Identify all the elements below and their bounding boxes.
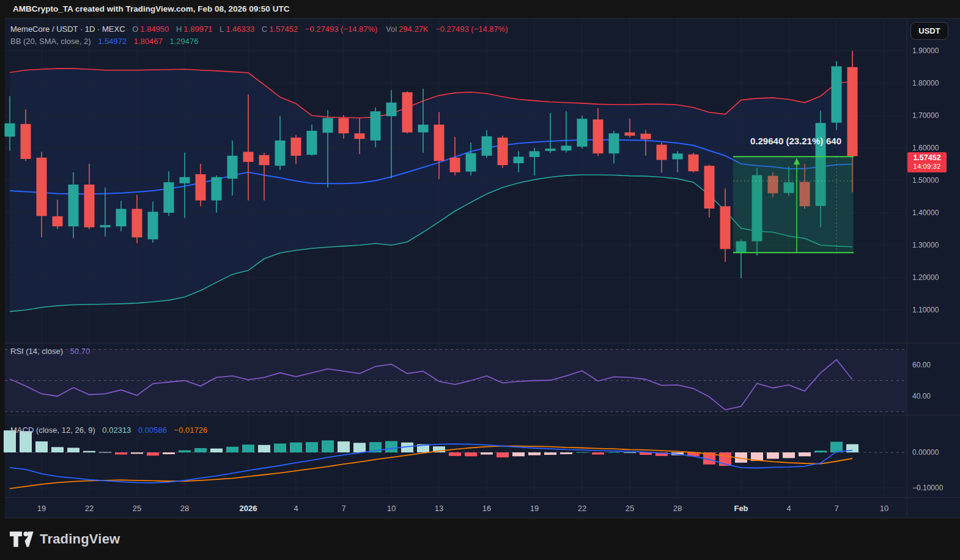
- time-tick-label: 2026: [240, 504, 257, 513]
- macd-indicator-name: MACD (close, 12, 26, 9): [10, 426, 95, 435]
- bar-countdown: 14:09:32: [907, 163, 947, 171]
- change-value: −0.27493 (−14.87%): [305, 24, 378, 34]
- close-label: C: [262, 24, 267, 34]
- time-tick-label: 19: [37, 504, 46, 513]
- price-tick-label: 1.60000: [912, 144, 939, 152]
- price-tick-label: 1.90000: [912, 46, 939, 55]
- volume-value: 294.27K: [399, 24, 428, 34]
- high-value: 1.89971: [183, 24, 212, 34]
- tradingview-chart-window: AMBCrypto_TA created with TradingView.co…: [0, 0, 960, 560]
- low-value: 1.46333: [226, 24, 254, 34]
- bb-upper-value: 1.80467: [134, 37, 163, 46]
- time-tick-label: 25: [626, 504, 634, 513]
- macd-hist-value: 0.02313: [102, 426, 131, 435]
- time-tick-label: 22: [578, 504, 586, 513]
- time-tick-label: 13: [435, 504, 443, 513]
- price-tick-label: 1.80000: [912, 79, 939, 87]
- price-tick-label: 1.10000: [912, 306, 939, 314]
- time-tick-label: 10: [880, 504, 888, 513]
- high-label: H: [176, 24, 182, 34]
- rsi-value: 50.70: [70, 347, 90, 356]
- time-tick-label: 10: [387, 504, 396, 513]
- time-tick-label: 7: [834, 504, 838, 513]
- rsi-tick-label: 60.00: [912, 361, 931, 369]
- footer-bar: TradingView: [0, 518, 960, 560]
- open-label: O: [132, 24, 138, 34]
- price-range-label-fragment: 640: [826, 136, 841, 146]
- time-tick-label: 25: [133, 504, 141, 513]
- time-tick-label: 16: [482, 504, 491, 513]
- time-tick-label: 19: [530, 504, 539, 513]
- time-tick-label: 7: [341, 504, 345, 513]
- symbol-title: MemeCore / USDT · 1D · MEXC: [10, 24, 125, 34]
- last-price-tag: 1.57452 14:09:32: [907, 152, 947, 172]
- macd-tick-label: −0.10000: [912, 484, 943, 492]
- time-tick-label: 28: [180, 504, 189, 513]
- macd-legend: MACD (close, 12, 26, 9) 0.02313 0.00586 …: [10, 426, 209, 435]
- chart-canvas[interactable]: [0, 0, 960, 560]
- currency-toggle-button[interactable]: USDT: [910, 22, 948, 40]
- last-price-value: 1.57452: [907, 153, 947, 163]
- rsi-tick-label: 40.00: [912, 392, 931, 400]
- low-label: L: [220, 24, 224, 34]
- rsi-indicator-name: RSI (14, close): [10, 347, 63, 356]
- price-tick-label: 1.40000: [912, 208, 939, 217]
- price-tick-label: 1.30000: [912, 241, 939, 249]
- price-tick-label: 1.20000: [912, 273, 939, 282]
- price-range-drawing[interactable]: [733, 157, 854, 252]
- tradingview-logo-icon: [10, 528, 34, 550]
- symbol-legend: MemeCore / USDT · 1D · MEXC O1.84950 H1.…: [10, 24, 510, 34]
- bb-lower-value: 1.29476: [169, 37, 198, 46]
- price-tick-label: 1.50000: [912, 176, 939, 185]
- tradingview-logo[interactable]: TradingView: [10, 528, 120, 550]
- bb-basis-value: 1.54972: [98, 37, 127, 46]
- time-tick-label: 28: [673, 504, 682, 513]
- time-tick-label: 4: [786, 504, 791, 513]
- change-value-2: −0.27493 (−14.87%): [435, 24, 508, 34]
- bb-indicator-name: BB (20, SMA, close, 2): [10, 37, 91, 46]
- macd-tick-label: 0.00000: [912, 448, 939, 457]
- macd-signal-value: −0.01726: [174, 426, 208, 435]
- tradingview-wordmark: TradingView: [40, 531, 120, 547]
- volume-label: Vol: [386, 24, 397, 34]
- time-tick-label: 22: [85, 504, 94, 513]
- close-value: 1.57452: [269, 24, 298, 34]
- time-tick-label: 4: [294, 504, 298, 513]
- time-tick-label: Feb: [734, 504, 748, 513]
- open-value: 1.84950: [140, 24, 169, 34]
- price-range-label: 0.29640 (23.21%): [750, 136, 823, 146]
- rsi-legend: RSI (14, close) 50.70: [10, 347, 92, 356]
- bb-legend: BB (20, SMA, close, 2) 1.54972 1.80467 1…: [10, 37, 200, 46]
- price-tick-label: 1.70000: [912, 111, 939, 120]
- macd-line-value: 0.00586: [138, 426, 167, 435]
